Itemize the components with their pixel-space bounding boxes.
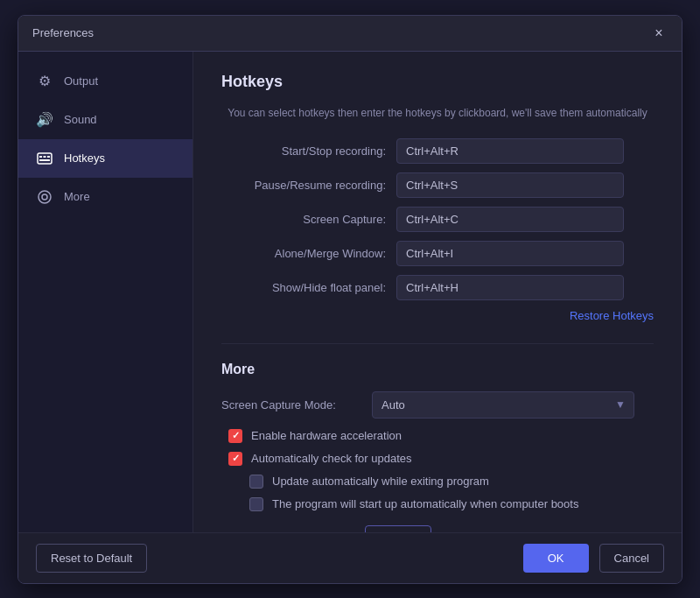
close-button[interactable]: × [650, 25, 668, 42]
hotkey-label-start-stop: Start/Stop recording: [221, 144, 396, 158]
hotkey-input-start-stop[interactable] [396, 138, 624, 164]
dialog-title: Preferences [32, 26, 94, 39]
checkbox-hardware-accel[interactable]: Enable hardware acceleration [221, 429, 654, 443]
footer-left: Reset to Default [36, 544, 147, 573]
hotkey-label-screen-capture: Screen Capture: [221, 213, 396, 226]
ok-button[interactable]: OK [523, 544, 589, 573]
sidebar-label-sound: Sound [64, 113, 97, 126]
reset-dialog-button[interactable]: Reset [365, 525, 431, 532]
preferences-dialog: Preferences × ⚙ Output 🔊 Sound [18, 15, 682, 584]
checkbox-auto-check-updates[interactable]: Automatically check for updates [221, 452, 654, 466]
sidebar: ⚙ Output 🔊 Sound Hotkeys [18, 52, 193, 532]
svg-point-5 [38, 191, 51, 203]
footer-right: OK Cancel [523, 544, 664, 573]
hotkey-label-pause-resume: Pause/Resume recording: [221, 179, 396, 192]
hotkey-input-show-hide[interactable] [396, 275, 624, 300]
screen-capture-mode-wrapper: Auto Manual Scheduled ▼ [372, 391, 634, 419]
svg-rect-1 [39, 156, 42, 158]
hotkeys-icon [36, 150, 53, 167]
hotkey-row-pause-resume: Pause/Resume recording: [221, 172, 654, 198]
title-bar: Preferences × [18, 16, 682, 52]
more-icon [36, 188, 53, 206]
hotkeys-info-text: You can select hotkeys then enter the ho… [221, 105, 654, 121]
sound-icon: 🔊 [36, 111, 53, 129]
cancel-button[interactable]: Cancel [599, 544, 664, 573]
hotkey-label-alone-merge: Alone/Merge Window: [221, 247, 396, 260]
checkbox-hardware-accel-label: Enable hardware acceleration [251, 429, 402, 442]
reset-to-default-button[interactable]: Reset to Default [36, 544, 147, 573]
checkbox-auto-check-updates-icon[interactable] [228, 452, 242, 466]
checkbox-startup-boot-icon[interactable] [249, 497, 263, 511]
main-content: Hotkeys You can select hotkeys then ente… [193, 52, 682, 532]
checkbox-update-exit-label: Update automatically while exiting progr… [272, 475, 489, 488]
sidebar-item-output[interactable]: ⚙ Output [18, 62, 192, 101]
svg-rect-4 [39, 159, 50, 161]
svg-rect-2 [44, 156, 46, 158]
hotkey-input-alone-merge[interactable] [396, 241, 624, 266]
hotkey-input-pause-resume[interactable] [396, 172, 624, 198]
svg-rect-0 [38, 153, 52, 164]
checkbox-startup-boot-label: The program will start up automatically … [272, 497, 578, 510]
checkbox-update-exit[interactable]: Update automatically while exiting progr… [221, 475, 654, 489]
more-section-title: More [221, 362, 654, 377]
dialog-footer: Reset to Default OK Cancel [18, 532, 682, 583]
checkbox-update-exit-icon[interactable] [249, 475, 263, 489]
screen-capture-mode-label: Screen Capture Mode: [221, 398, 361, 412]
hotkeys-section-title: Hotkeys [221, 73, 654, 91]
restore-hotkeys-link[interactable]: Restore Hotkeys [221, 309, 654, 322]
svg-rect-3 [47, 156, 50, 158]
sidebar-label-output: Output [64, 74, 98, 88]
dialog-body: ⚙ Output 🔊 Sound Hotkeys [18, 52, 682, 532]
sidebar-item-sound[interactable]: 🔊 Sound [18, 101, 192, 139]
checkbox-startup-boot[interactable]: The program will start up automatically … [221, 497, 654, 511]
svg-point-6 [42, 194, 47, 200]
sidebar-label-more: More [64, 190, 90, 203]
hotkey-row-show-hide: Show/Hide float panel: [221, 275, 654, 300]
hotkey-row-screen-capture: Screen Capture: [221, 207, 654, 232]
checkbox-auto-check-updates-label: Automatically check for updates [251, 452, 412, 465]
reset-dialog-row: Reset all dialog warnings: Reset [221, 525, 654, 532]
sidebar-label-hotkeys: Hotkeys [64, 151, 105, 165]
section-divider [221, 343, 654, 344]
hotkey-row-alone-merge: Alone/Merge Window: [221, 241, 654, 266]
sidebar-item-hotkeys[interactable]: Hotkeys [18, 139, 192, 178]
output-icon: ⚙ [36, 73, 53, 90]
hotkey-row-start-stop: Start/Stop recording: [221, 138, 654, 164]
hotkey-input-screen-capture[interactable] [396, 207, 624, 232]
hotkey-label-show-hide: Show/Hide float panel: [221, 281, 396, 294]
checkbox-hardware-accel-icon[interactable] [228, 429, 242, 443]
screen-capture-mode-row: Screen Capture Mode: Auto Manual Schedul… [221, 391, 654, 419]
sidebar-item-more[interactable]: More [18, 178, 192, 216]
screen-capture-mode-select[interactable]: Auto Manual Scheduled [372, 391, 634, 419]
